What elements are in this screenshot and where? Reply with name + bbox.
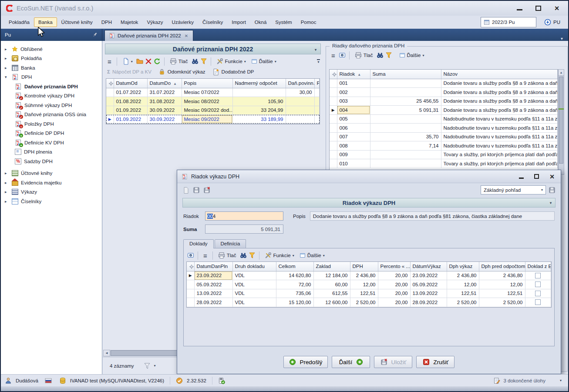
preview-icon[interactable] — [339, 52, 346, 59]
cell[interactable]: 2 436,80 — [447, 271, 479, 280]
cell[interactable]: 12 600,00 — [313, 298, 350, 307]
cell[interactable] — [314, 97, 320, 106]
print-button[interactable]: Tlač — [216, 251, 238, 260]
maximize-button[interactable] — [534, 174, 539, 179]
cell[interactable]: 001 — [337, 79, 370, 88]
sidebar-item-vykazy[interactable]: ▸Výkazy — [1, 188, 102, 197]
cell[interactable] — [286, 97, 314, 106]
cell[interactable]: 30.09.2022 — [147, 106, 182, 115]
cancel-button[interactable]: Zrušiť — [416, 356, 455, 368]
sidebar-item-definicie-dp-dph[interactable]: +Definície DP DPH — [1, 129, 102, 138]
cell[interactable]: 25 456,55 — [370, 97, 441, 106]
more-button[interactable]: Ďalšie▾ — [397, 51, 426, 59]
menu-item-banka[interactable]: Banka — [34, 17, 57, 27]
cell[interactable]: 01.07.2022 — [114, 88, 147, 97]
cell[interactable]: 2 520,00 — [479, 298, 525, 307]
menu-item-import[interactable]: Import — [227, 17, 250, 27]
toolbar-overflow-icon[interactable]: ▼ — [317, 59, 320, 64]
cell[interactable]: 007 — [337, 132, 370, 141]
filter-icon[interactable] — [249, 252, 256, 259]
table-row[interactable]: 01.07.2022 31.07.2022 Mesiac 07/2022 30,… — [106, 88, 320, 97]
filter-icon[interactable] — [200, 58, 207, 65]
cell[interactable]: 01.08.2022 — [114, 97, 147, 106]
tab-close-icon[interactable]: ✕ — [184, 34, 189, 38]
cell[interactable]: 01.09.2022 — [114, 106, 147, 115]
save-view-icon[interactable] — [549, 187, 556, 194]
table-row-selected[interactable]: ▶ 01.09.2022 30.09.2022 Mesiac 09/2022 3… — [106, 115, 320, 124]
cell[interactable]: 20,00 — [378, 271, 410, 280]
table-row[interactable]: 0087,14Nadobudnutie tovaru v tuzemsku po… — [330, 141, 558, 151]
sidebar-item-polozky-dph[interactable]: ≡Položky DPH — [1, 119, 102, 129]
column-header[interactable]: Druh dokladu — [232, 262, 276, 271]
tab-definicia[interactable]: Definícia — [215, 239, 246, 248]
tasks-status[interactable]: 3 dokončené úlohy ▾ — [493, 377, 564, 384]
table-row[interactable]: 05.09.2022 VDL 72,00 60,00 12,00 20,00 0… — [187, 280, 551, 289]
print-button[interactable]: Tlač — [168, 57, 190, 66]
menu-item-okna[interactable]: Okná — [250, 17, 271, 27]
cell[interactable]: 5 091,31 — [370, 106, 441, 115]
menu-item-uzavierky[interactable]: Uzávierky — [167, 17, 198, 27]
sidebar-item-evidencia-majetku[interactable]: ▸Evidencia majetku — [1, 178, 102, 188]
focused-cell[interactable]: 004 — [337, 106, 370, 115]
scrollbar-thumb[interactable] — [559, 77, 563, 164]
cell[interactable]: 2 436,80 — [479, 271, 525, 280]
column-header[interactable]: DatumDo▲ — [147, 79, 182, 88]
cell[interactable]: 31.07.2022 — [147, 88, 182, 97]
column-header[interactable]: DátumVýkaz — [410, 262, 447, 271]
cell[interactable]: 006 — [337, 124, 370, 133]
cell[interactable] — [525, 271, 551, 280]
cell[interactable]: Nadobudnutie tovaru v tuzemsku podľa §11… — [441, 141, 558, 151]
erp-checkbox[interactable] — [535, 291, 541, 296]
sidebar-item-suhrnne-vykazy-dph[interactable]: ✓Súhrnné výkazy DPH — [1, 101, 102, 110]
pu-button[interactable]: PU — [542, 18, 562, 27]
focused-cell[interactable]: 23.09.2022 — [194, 271, 232, 280]
minimize-button[interactable] — [519, 174, 524, 179]
cell[interactable]: 28.09.2022 — [194, 298, 232, 307]
minimize-button[interactable] — [517, 6, 522, 10]
cell[interactable]: 7,14 — [370, 141, 441, 151]
table-row[interactable]: 010Tovary a služby, pri ktorých príjemca… — [330, 159, 558, 168]
period-selector[interactable]: 2022/3 Pu — [481, 17, 536, 27]
cell[interactable]: Dodanie tovaru a služby podľa §8 a 9 zák… — [441, 97, 558, 106]
cell[interactable]: 35,70 — [370, 132, 441, 141]
table-row[interactable]: 002Dodanie tovaru a služby podľa §8 a 9 … — [330, 88, 558, 97]
sidebar-item-kontrolne-vykazy-dph[interactable]: ✓Kontrolné výkazy DPH — [1, 91, 102, 101]
cell[interactable] — [314, 106, 320, 115]
view-selector[interactable]: Základný pohľad ▾ — [481, 185, 546, 194]
cell[interactable]: Dodanie tovaru a služby podľa §8 a 9 zák… — [441, 106, 558, 115]
tabbar-overflow-icon[interactable]: ▾ — [561, 34, 568, 41]
cell[interactable]: Dodanie tovaru a služby podľa §8 a 9 zák… — [441, 88, 558, 97]
toolbar-menu-icon[interactable]: ≡ — [106, 58, 113, 65]
cell[interactable]: Nadobudnutie tovaru v tuzemsku podľa §11… — [441, 132, 558, 141]
close-button[interactable]: ✕ — [549, 174, 555, 180]
menu-item-ciselniky[interactable]: Číselníky — [198, 17, 227, 27]
menu-item-pomoc[interactable]: Pomoc — [296, 17, 321, 27]
panel-menu-icon[interactable]: ▾ — [315, 48, 316, 52]
cell[interactable]: Mesiac 08/2022 — [182, 97, 232, 106]
cell[interactable]: 612,55 — [313, 289, 350, 298]
cell[interactable]: 20,00 — [378, 289, 410, 298]
cell[interactable] — [314, 115, 320, 124]
cell[interactable]: 010 — [337, 159, 370, 168]
functions-button[interactable]: Funkcie▾ — [215, 57, 248, 66]
column-header[interactable]: DatumOd — [114, 79, 147, 88]
sidebar-item-dph-plnenia[interactable]: DPH plnenia — [1, 147, 102, 157]
sidebar-item-oblubene[interactable]: ▸Obľúbené — [1, 44, 102, 54]
expander-icon[interactable]: ▸ — [5, 47, 9, 51]
column-header[interactable]: Daň.povinn... — [286, 79, 314, 88]
sidebar-item-definicie-kv-dph[interactable]: +Definície KV DPH — [1, 138, 102, 147]
riadok-input[interactable]: 00 4 — [205, 211, 283, 221]
cell[interactable] — [286, 106, 314, 115]
table-row[interactable]: 005Nadobudnutie tovaru v tuzemsku podľa … — [330, 114, 558, 124]
cell[interactable]: 30,00 — [286, 88, 314, 97]
expander-icon[interactable]: ▸ — [5, 171, 9, 175]
cell[interactable] — [525, 289, 551, 298]
column-header[interactable]: Nadmerný odpočet — [232, 79, 286, 88]
column-header[interactable]: Dph výkaz — [447, 262, 479, 271]
cell[interactable] — [525, 280, 551, 289]
table-row[interactable]: 28.09.2022 VDL 15 120,00 12 600,00 2 520… — [187, 298, 551, 307]
erp-checkbox[interactable] — [535, 273, 541, 278]
cell[interactable]: 20,00 — [378, 280, 410, 289]
cell[interactable]: 23.09.2022 — [410, 271, 447, 280]
cell[interactable]: 13.09.2022 — [410, 289, 447, 298]
